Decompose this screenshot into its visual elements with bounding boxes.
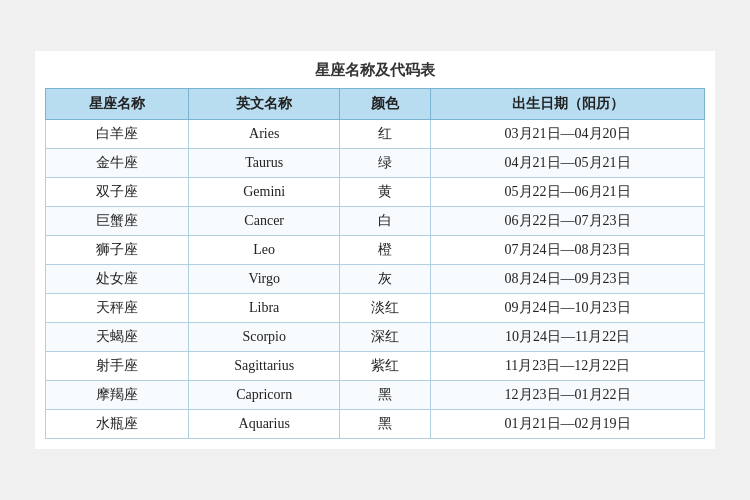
cell-color: 紫红 xyxy=(340,352,431,381)
col-header-date_range: 出生日期（阳历） xyxy=(431,89,705,120)
col-header-chinese_name: 星座名称 xyxy=(46,89,189,120)
cell-date_range: 11月23日—12月22日 xyxy=(431,352,705,381)
table-row: 金牛座Taurus绿04月21日—05月21日 xyxy=(46,149,705,178)
table-row: 狮子座Leo橙07月24日—08月23日 xyxy=(46,236,705,265)
table-row: 巨蟹座Cancer白06月22日—07月23日 xyxy=(46,207,705,236)
table-row: 水瓶座Aquarius黑01月21日—02月19日 xyxy=(46,410,705,439)
cell-chinese_name: 水瓶座 xyxy=(46,410,189,439)
cell-english_name: Gemini xyxy=(189,178,340,207)
table-row: 天蝎座Scorpio深红10月24日—11月22日 xyxy=(46,323,705,352)
cell-english_name: Libra xyxy=(189,294,340,323)
page-title: 星座名称及代码表 xyxy=(45,61,705,80)
cell-date_range: 12月23日—01月22日 xyxy=(431,381,705,410)
cell-english_name: Virgo xyxy=(189,265,340,294)
cell-color: 淡红 xyxy=(340,294,431,323)
cell-english_name: Aries xyxy=(189,120,340,149)
cell-chinese_name: 金牛座 xyxy=(46,149,189,178)
cell-english_name: Capricorn xyxy=(189,381,340,410)
cell-chinese_name: 摩羯座 xyxy=(46,381,189,410)
zodiac-table: 星座名称英文名称颜色出生日期（阳历） 白羊座Aries红03月21日—04月20… xyxy=(45,88,705,439)
cell-color: 黑 xyxy=(340,410,431,439)
cell-date_range: 06月22日—07月23日 xyxy=(431,207,705,236)
cell-color: 灰 xyxy=(340,265,431,294)
cell-english_name: Scorpio xyxy=(189,323,340,352)
table-row: 摩羯座Capricorn黑12月23日—01月22日 xyxy=(46,381,705,410)
cell-color: 绿 xyxy=(340,149,431,178)
cell-english_name: Sagittarius xyxy=(189,352,340,381)
cell-color: 红 xyxy=(340,120,431,149)
cell-date_range: 03月21日—04月20日 xyxy=(431,120,705,149)
col-header-english_name: 英文名称 xyxy=(189,89,340,120)
cell-date_range: 08月24日—09月23日 xyxy=(431,265,705,294)
cell-date_range: 01月21日—02月19日 xyxy=(431,410,705,439)
table-row: 白羊座Aries红03月21日—04月20日 xyxy=(46,120,705,149)
table-row: 射手座Sagittarius紫红11月23日—12月22日 xyxy=(46,352,705,381)
table-row: 天秤座Libra淡红09月24日—10月23日 xyxy=(46,294,705,323)
cell-date_range: 07月24日—08月23日 xyxy=(431,236,705,265)
cell-english_name: Taurus xyxy=(189,149,340,178)
cell-chinese_name: 处女座 xyxy=(46,265,189,294)
cell-color: 黄 xyxy=(340,178,431,207)
cell-chinese_name: 双子座 xyxy=(46,178,189,207)
cell-chinese_name: 天秤座 xyxy=(46,294,189,323)
cell-date_range: 04月21日—05月21日 xyxy=(431,149,705,178)
table-body: 白羊座Aries红03月21日—04月20日金牛座Taurus绿04月21日—0… xyxy=(46,120,705,439)
header-row: 星座名称英文名称颜色出生日期（阳历） xyxy=(46,89,705,120)
table-row: 双子座Gemini黄05月22日—06月21日 xyxy=(46,178,705,207)
cell-color: 橙 xyxy=(340,236,431,265)
cell-chinese_name: 白羊座 xyxy=(46,120,189,149)
cell-color: 深红 xyxy=(340,323,431,352)
cell-english_name: Cancer xyxy=(189,207,340,236)
cell-date_range: 09月24日—10月23日 xyxy=(431,294,705,323)
cell-chinese_name: 射手座 xyxy=(46,352,189,381)
cell-color: 白 xyxy=(340,207,431,236)
cell-date_range: 10月24日—11月22日 xyxy=(431,323,705,352)
col-header-color: 颜色 xyxy=(340,89,431,120)
cell-chinese_name: 巨蟹座 xyxy=(46,207,189,236)
cell-color: 黑 xyxy=(340,381,431,410)
cell-english_name: Leo xyxy=(189,236,340,265)
main-container: 星座名称及代码表 星座名称英文名称颜色出生日期（阳历） 白羊座Aries红03月… xyxy=(35,51,715,449)
cell-chinese_name: 天蝎座 xyxy=(46,323,189,352)
table-header: 星座名称英文名称颜色出生日期（阳历） xyxy=(46,89,705,120)
cell-chinese_name: 狮子座 xyxy=(46,236,189,265)
cell-english_name: Aquarius xyxy=(189,410,340,439)
table-row: 处女座Virgo灰08月24日—09月23日 xyxy=(46,265,705,294)
cell-date_range: 05月22日—06月21日 xyxy=(431,178,705,207)
